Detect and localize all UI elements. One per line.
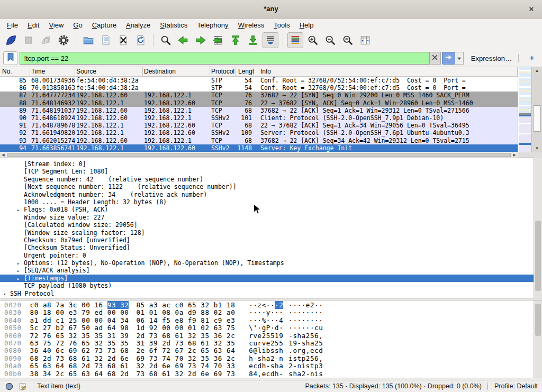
scroll-right-icon[interactable]: ▶ (511, 152, 518, 158)
hex-ascii[interactable]: ········ (288, 316, 323, 324)
detail-scrollbar-thumb[interactable] (535, 221, 541, 291)
menu-item-wireless[interactable]: Wireless (233, 20, 269, 30)
hex-ascii[interactable]: -sha256, (288, 332, 323, 340)
packet-row[interactable]: 8670.013850163fe:54:00:d4:38:2aSTP54Conf… (0, 84, 518, 92)
hex-bytes[interactable]: 85 a3 ac c0 65 32 b1 18 (136, 301, 235, 309)
hex-row[interactable]: 003080 18 00 e3 79 ed 00 0001 01 08 0a d… (4, 309, 534, 316)
scroll-up-icon[interactable]: ▲ (532, 67, 542, 75)
detail-line[interactable]: TCP payload (1080 bytes) (0, 282, 534, 289)
hex-row[interactable]: 006072 76 65 32 35 35 31 392d 73 68 61 3… (4, 332, 534, 340)
detail-line[interactable]: [Window size scaling factor: 128] (0, 229, 534, 236)
hex-ascii[interactable]: 6@libssh (249, 347, 283, 354)
detail-line[interactable]: Acknowledgment number: 34 (relative ack … (0, 191, 534, 198)
column-header-info[interactable]: Info (254, 67, 518, 76)
hex-scrollbar-thumb[interactable] (535, 304, 541, 336)
hex-ascii[interactable]: ······cu (288, 324, 323, 332)
packet-list-hscrollbar[interactable]: ◀ ▶ (0, 152, 518, 158)
packet-row[interactable]: 9471.663856741192.168.122.1192.168.122.6… (0, 144, 518, 152)
open-file-button[interactable] (80, 32, 96, 48)
scroll-left-icon[interactable]: ◀ (0, 152, 6, 158)
zoom-out-button[interactable] (322, 32, 338, 48)
go-to-packet-button[interactable] (210, 32, 226, 48)
close-file-button[interactable] (115, 32, 131, 48)
hex-ascii[interactable]: ··z<···2 (249, 301, 283, 309)
hex-bytes[interactable]: 73 68 61 32 2d 6e 69 73 (136, 370, 235, 378)
hex-bytes[interactable]: 5c 27 b2 67 50 ad 64 98 (30, 324, 129, 332)
resize-columns-button[interactable] (357, 32, 373, 48)
hex-ascii[interactable]: .org,ecd (288, 347, 323, 354)
hex-ascii[interactable]: curve255 (249, 339, 283, 347)
hex-bytes[interactable]: 2d 73 68 61 32 35 36 2c (136, 332, 235, 340)
capture-comment-icon[interactable] (19, 382, 26, 390)
detail-line[interactable]: [Calculated window size: 29056] (0, 221, 534, 229)
column-header-time[interactable]: Time (30, 67, 75, 76)
menu-item-go[interactable]: Go (68, 20, 87, 30)
hex-bytes[interactable]: 69 73 74 70 32 35 36 2c (136, 354, 235, 362)
filter-dropdown-button[interactable] (455, 52, 464, 65)
detail-line[interactable]: Window size value: 227 (0, 214, 534, 221)
capture-options-button[interactable] (56, 32, 71, 48)
menu-item-help[interactable]: Help (295, 20, 319, 30)
hex-ascii[interactable]: 2-nistp3 (288, 362, 323, 370)
column-header-protocol[interactable]: Protocol (210, 67, 236, 76)
menu-item-analyze[interactable]: Analyze (121, 20, 155, 30)
column-header-no[interactable]: No. (0, 67, 30, 76)
scroll-down-icon[interactable]: ▼ (532, 145, 542, 152)
expert-info-icon[interactable] (5, 382, 13, 390)
detail-scrollbar[interactable] (534, 158, 542, 298)
filter-clear-button[interactable] (429, 52, 441, 65)
packet-row[interactable]: 9071.648618924192.168.122.60192.168.122.… (0, 114, 518, 122)
detail-line[interactable]: ▸[SEQ/ACK analysis] (0, 267, 534, 274)
packet-row[interactable]: 9171.648789678192.168.122.1192.168.122.6… (0, 122, 518, 129)
hex-bytes[interactable]: 63 75 72 76 65 32 35 35 (30, 339, 129, 347)
zoom-100-button[interactable] (340, 32, 356, 48)
detail-line[interactable]: ▸Flags: 0x018 (PSH, ACK) (0, 206, 534, 213)
hex-row[interactable]: 009068 2d 73 68 61 32 2d 6e69 73 74 70 3… (4, 355, 534, 362)
find-packet-button[interactable] (158, 32, 174, 48)
menu-item-tools[interactable]: Tools (269, 20, 294, 30)
packet-row[interactable]: 8871.648146932192.168.122.1192.168.122.6… (0, 99, 518, 107)
hex-ascii[interactable]: ····y··· (249, 308, 283, 316)
detail-line[interactable]: Sequence number: 42 (relative sequence n… (0, 176, 534, 183)
packet-row[interactable]: 9271.661949820192.168.122.1192.168.122.6… (0, 129, 518, 136)
hex-bytes[interactable]: 1d 92 00 00 01 02 63 75 (136, 324, 235, 332)
hex-row[interactable]: 00a065 63 64 68 2d 73 68 6132 2d 6e 69 7… (4, 362, 534, 370)
detail-line[interactable]: ▾SSH Protocol (0, 290, 534, 297)
packet-row[interactable]: 8568.001734936fe:54:00:d4:38:2aSTP54Conf… (0, 77, 518, 84)
zoom-in-button[interactable] (305, 32, 321, 48)
close-icon[interactable]: × (526, 4, 537, 14)
hex-bytes[interactable]: 2e 6f 72 67 2c 65 63 64 (136, 347, 235, 354)
hex-bytes[interactable]: 65 63 64 68 2d 73 68 61 (30, 362, 129, 370)
hex-row[interactable]: 0020c0 a8 7a 3c 00 16 93 3285 a3 ac c0 6… (4, 302, 534, 309)
packet-list-minimap[interactable] (518, 67, 531, 152)
capture-start-button[interactable] (3, 32, 19, 48)
hex-ascii[interactable]: ···%···4 (249, 316, 283, 324)
reload-file-button[interactable] (133, 32, 149, 48)
hex-ascii[interactable]: h-sha2-n (249, 354, 283, 362)
filter-input[interactable]: !tcp.port == 22 (20, 52, 429, 65)
hex-bytes[interactable]: c0 a8 7a 3c 00 16 93 32 (30, 301, 129, 309)
menu-item-telephony[interactable]: Telephony (192, 20, 233, 30)
packet-list-scrollbar[interactable]: ▲ ▼ (531, 67, 542, 152)
packet-row[interactable]: 9371.662015274192.168.122.60192.168.122.… (0, 137, 518, 144)
hex-bytes[interactable]: 80 18 00 e3 79 ed 00 00 (30, 308, 129, 316)
hex-bytes[interactable]: 01 01 08 0a d9 88 02 a0 (136, 308, 235, 316)
hex-row[interactable]: 00505c 27 b2 67 50 ad 64 981d 92 00 00 0… (4, 324, 534, 332)
auto-scroll-button[interactable] (263, 32, 278, 48)
scrollbar-thumb[interactable] (533, 105, 541, 132)
detail-line[interactable]: [TCP Segment Len: 1080] (0, 168, 534, 175)
detail-line[interactable]: ▸[Timestamps] (0, 275, 534, 282)
hex-row[interactable]: 007063 75 72 76 65 32 35 3531 39 2d 73 6… (4, 340, 534, 347)
hex-bytes[interactable]: 38 34 2c 65 63 64 68 2d (30, 370, 129, 378)
menu-item-statistics[interactable]: Statistics (155, 20, 192, 30)
column-header-source[interactable]: Source (75, 67, 143, 76)
detail-line[interactable]: ▸Options: (12 bytes), No-Operation (NOP)… (0, 259, 534, 267)
capture-stop-button[interactable] (21, 32, 37, 48)
menu-item-edit[interactable]: Edit (23, 20, 44, 30)
filter-bookmark-button[interactable] (3, 51, 17, 65)
column-header-length[interactable]: Length (236, 67, 254, 76)
hex-row[interactable]: 0040a1 dd c1 25 00 00 04 3406 14 f5 e8 f… (4, 317, 534, 324)
capture-restart-button[interactable] (38, 32, 54, 48)
hex-bytes[interactable]: 31 39 2d 73 68 61 32 35 (136, 339, 235, 347)
hex-scrollbar[interactable] (534, 300, 542, 378)
